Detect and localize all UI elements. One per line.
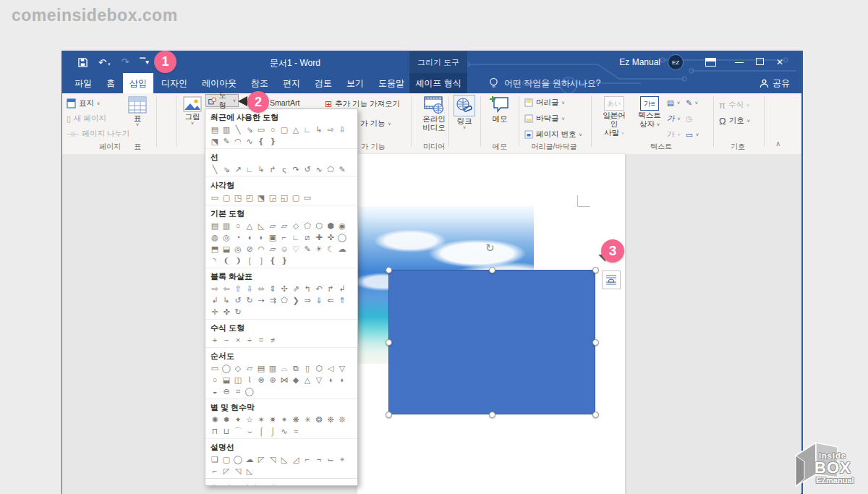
shape-cell[interactable]: ↺: [232, 294, 244, 306]
quick-parts-button[interactable]: ▤˅: [667, 97, 680, 108]
textbox-button[interactable]: 가≡ 텍스트 상자 ˅: [636, 96, 663, 129]
link-button[interactable]: 링크 ˅: [453, 95, 476, 130]
shape-cell[interactable]: ↲: [209, 294, 221, 306]
shape-cell[interactable]: ❵: [278, 255, 290, 266]
shape-cell[interactable]: ✷: [267, 414, 278, 425]
shape-cell[interactable]: ⧉: [290, 362, 302, 374]
shape-cell[interactable]: ⌐: [209, 465, 221, 477]
shape-cell[interactable]: ↳: [221, 294, 232, 306]
shape-cell[interactable]: ✦: [232, 414, 244, 425]
shape-cell[interactable]: ▯: [302, 362, 313, 374]
shape-cell[interactable]: ⌇: [244, 374, 255, 386]
shape-cell[interactable]: ❵: [267, 135, 278, 147]
shape-cell[interactable]: ◲: [267, 192, 278, 203]
date-time-button[interactable]: ◷: [686, 113, 692, 124]
shape-cell[interactable]: ✜: [325, 231, 336, 243]
shape-cell[interactable]: ⌠: [255, 425, 267, 437]
shape-cell[interactable]: ◹: [267, 453, 278, 465]
shape-cell[interactable]: ◠: [255, 243, 267, 255]
shape-cell[interactable]: ↗: [232, 163, 244, 175]
shape-cell[interactable]: ☾: [325, 243, 336, 255]
shape-cell[interactable]: ◎: [232, 243, 244, 255]
shape-cell[interactable]: ❩: [232, 255, 244, 266]
footer-button[interactable]: 바닥글˅: [524, 113, 565, 124]
shape-cell[interactable]: ◯: [232, 453, 244, 465]
shape-cell[interactable]: ¬: [313, 453, 325, 465]
shape-cell[interactable]: ◫: [232, 374, 244, 386]
shape-cell[interactable]: ↱: [267, 163, 278, 175]
shape-cell[interactable]: ◍: [209, 231, 221, 243]
shape-cell[interactable]: ×: [232, 334, 244, 346]
shape-cell[interactable]: ∟: [302, 124, 313, 135]
pictures-button[interactable]: 그림 ˅: [180, 96, 205, 126]
shape-cell[interactable]: ✣: [278, 283, 290, 294]
resize-handle[interactable]: [592, 412, 599, 418]
tab-검토[interactable]: 검토: [308, 73, 339, 93]
tab-홈[interactable]: 홈: [100, 73, 122, 93]
shape-cell[interactable]: ▱: [267, 243, 278, 255]
close-button[interactable]: ✕: [770, 57, 790, 67]
shape-cell[interactable]: ☆: [244, 414, 255, 425]
shape-cell[interactable]: ⬠: [325, 163, 336, 175]
resize-handle[interactable]: [592, 267, 599, 273]
shape-cell[interactable]: ⇗: [290, 283, 302, 294]
shape-cell[interactable]: ✳: [302, 414, 313, 425]
shape-cell[interactable]: ◠: [232, 135, 244, 147]
shape-cell[interactable]: ✹: [221, 414, 232, 425]
shape-cell[interactable]: ⌐: [302, 453, 313, 465]
comment-button[interactable]: 메모: [486, 95, 514, 123]
shape-cell[interactable]: ◗: [255, 231, 267, 243]
shape-cell[interactable]: ◯: [336, 231, 348, 243]
shape-cell[interactable]: ✺: [209, 414, 221, 425]
shape-cell[interactable]: △: [302, 374, 313, 386]
shape-cell[interactable]: ⇑: [336, 294, 348, 306]
shape-cell[interactable]: ▤: [209, 124, 221, 135]
japanese-greeting-button[interactable]: あいさつ 일본어 인 사말 ˅: [598, 96, 630, 138]
shape-cell[interactable]: ❂: [313, 414, 325, 425]
shape-cell[interactable]: ❯: [290, 294, 302, 306]
shape-cell[interactable]: ✛: [209, 306, 221, 318]
shape-cell[interactable]: ⬔: [209, 135, 221, 147]
shape-cell[interactable]: ⇩: [244, 283, 255, 294]
shape-cell[interactable]: ▽: [336, 362, 348, 374]
shape-cell[interactable]: ▢: [221, 192, 232, 203]
shape-cell[interactable]: ÷: [244, 334, 255, 346]
shape-cell[interactable]: ⬓: [221, 243, 232, 255]
cover-page-button[interactable]: 표지˅: [67, 98, 100, 109]
resize-handle[interactable]: [489, 267, 495, 273]
tab-도움말[interactable]: 도움말: [372, 73, 411, 93]
shape-cell[interactable]: ◖: [325, 374, 336, 386]
tab-참조[interactable]: 참조: [244, 73, 275, 93]
shape-cell[interactable]: ⬔: [255, 192, 267, 203]
shape-cell[interactable]: ⇕: [267, 283, 278, 294]
shape-cell[interactable]: ○: [267, 124, 278, 135]
tab-삽입[interactable]: 삽입: [123, 73, 153, 93]
maximize-button[interactable]: [749, 57, 770, 67]
shape-cell[interactable]: ∿: [244, 135, 255, 147]
shape-cell[interactable]: ▥: [221, 220, 232, 231]
shape-cell[interactable]: ◰: [244, 192, 255, 203]
shape-cell[interactable]: ⇨: [209, 283, 221, 294]
signature-line-button[interactable]: ✎˅: [686, 97, 698, 108]
tab-디자인[interactable]: 디자인: [155, 73, 194, 93]
shape-cell[interactable]: ♡: [290, 243, 302, 255]
shape-cell[interactable]: ∿: [278, 425, 290, 437]
shape-cell[interactable]: ☺: [278, 243, 290, 255]
shape-cell[interactable]: ⬠: [278, 294, 290, 306]
shape-cell[interactable]: ⊗: [255, 374, 267, 386]
equation-button[interactable]: π 수식˅: [719, 99, 749, 111]
shape-cell[interactable]: ⌙: [325, 453, 336, 465]
shape-cell[interactable]: ◖: [244, 231, 255, 243]
rotate-handle[interactable]: ↻: [485, 242, 495, 255]
shape-cell[interactable]: ⬠: [302, 220, 313, 231]
shape-cell[interactable]: ◇: [290, 220, 302, 231]
shape-cell[interactable]: ✎: [336, 163, 348, 175]
tell-me-search[interactable]: 어떤 작업을 원하시나요?: [489, 73, 600, 93]
shape-cell[interactable]: ⬒: [209, 243, 221, 255]
shape-cell[interactable]: ⌐: [278, 231, 290, 243]
shape-cell[interactable]: ○: [209, 374, 221, 386]
shape-cell[interactable]: ◔: [232, 231, 244, 243]
shape-cell[interactable]: ◹: [232, 465, 244, 477]
shape-cell[interactable]: ⊖: [221, 386, 232, 397]
shape-cell[interactable]: ς: [278, 163, 290, 175]
